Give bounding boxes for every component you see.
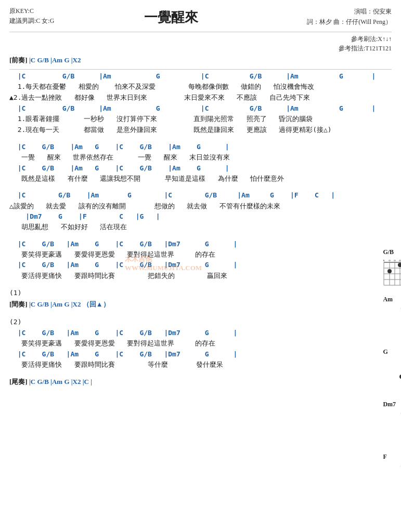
svg-point-14 xyxy=(387,269,392,273)
svg-text:o: o xyxy=(399,258,401,262)
svg-text:o: o xyxy=(389,258,391,262)
verse1-lyric4: 2.現在每一天 都當做 是意外賺回來 既然是賺回來 更應該 過得更精彩(接△) xyxy=(9,125,376,135)
section2-lyric2: 要活得更痛快 要跟時間比賽 等什麼 發什麼呆 xyxy=(9,360,376,370)
outro-chords: |C G/B |Am G |X2 |C | xyxy=(29,378,92,385)
svg-text:x: x xyxy=(383,258,385,262)
section2-chord2: |C G/B |Am G |C G/B |Dm7 G | xyxy=(9,350,376,359)
section2: (2) |C G/B |Am G |C G/B |Dm7 G | 要笑得更豪邁 … xyxy=(9,317,376,369)
intro-line: [前奏] |C G/B |Am G |X2 xyxy=(9,55,392,66)
outro-section: [尾奏] |C G/B |Am G |X2 |C | xyxy=(9,377,376,388)
main-content: |C G/B |Am G |C G/B |Am G | 1.每天都在憂鬱 相愛的… xyxy=(9,72,392,511)
interlude-label: (1) xyxy=(9,288,376,298)
verse1-chord2: |C G/B |Am G |C G/B |Am G | xyxy=(9,104,376,113)
2chorus-chord1: |C G/B |Am G |C G/B |Dm7 G | xyxy=(9,240,376,249)
original-key: 原KEY:C xyxy=(9,6,54,16)
chord-g-label: G xyxy=(381,348,401,356)
verse1-chord1: |C G/B |Am G |C G/B |Am G | xyxy=(9,72,376,81)
key-info: 原KEY:C 建議男調:C 女:G xyxy=(9,6,54,26)
chord-f: F x x xyxy=(381,453,401,504)
intro-chords: |C G/B |Am G |X2 xyxy=(29,56,81,64)
chord-dm7-label: Dm7 xyxy=(381,401,401,408)
intro-label: [前奏] xyxy=(9,56,28,64)
section2-chord1: |C G/B |Am G |C G/B |Dm7 G | xyxy=(9,328,376,338)
performer-info: 演唱：倪安東 詞：林夕 曲：仔仔(Will Peng） xyxy=(288,6,392,28)
outro-label: [尾奏] xyxy=(9,378,28,385)
verse1-lyric1: 1.每天都在憂鬱 相愛的 怕來不及深愛 每晚都像倒數 做錯的 怕沒機會悔改 xyxy=(9,82,376,92)
chord-gb: G/B x o o o xyxy=(381,248,401,289)
page: 原KEY:C 建議男調:C 女:G 一覺醒來 演唱：倪安東 詞：林夕 曲：仔仔(… xyxy=(0,0,401,532)
interlude-line: [間奏] |C G/B |Am G |X2 （回▲） xyxy=(9,299,376,310)
chord-dm7-svg: x x o xyxy=(398,409,401,445)
chord-f-svg: x x xyxy=(398,462,401,502)
bridge-chord1: |C G/B |Am G |C G/B |Am G |F C | xyxy=(9,191,376,200)
strum1: 參考刷法:X↑↓↑ xyxy=(9,34,392,44)
bridge-lyric1: △該愛的 就去愛 該有的沒有離開 想做的 就去做 不管有什麼樣的未來 xyxy=(9,201,376,211)
verse1-lyric2: ▲2.過去一點挫敗 都好像 世界末日到來 末日愛來不來 不應該 自己先垮下來 xyxy=(9,92,376,103)
chord-am-svg: x o o xyxy=(398,304,401,340)
verse1-lyric3: 1.眼看著鐘擺 一秒秒 沒打算停下來 直到陽光照常 照亮了 昏沉的腦袋 xyxy=(9,114,376,124)
interlude-section: (1) [間奏] |C G/B |Am G |X2 （回▲） xyxy=(9,288,376,310)
2chorus-chord2: |C G/B |Am G |C G/B |Dm7 G | xyxy=(9,260,376,270)
chord-gb-svg: x o o o xyxy=(381,257,401,287)
song-title: 一覺醒來 xyxy=(54,6,288,26)
strum2: 參考指法:T121T121 xyxy=(9,44,392,53)
header: 原KEY:C 建議男調:C 女:G 一覺醒來 演唱：倪安東 詞：林夕 曲：仔仔(… xyxy=(9,6,392,28)
bridge-section: |C G/B |Am G |C G/B |Am G |F C | △該愛的 就去… xyxy=(9,191,376,232)
lyrics-section: |C G/B |Am G |C G/B |Am G | 1.每天都在憂鬱 相愛的… xyxy=(9,72,376,511)
words-music: 詞：林夕 曲：仔仔(Will Peng） xyxy=(288,17,392,27)
suggested-key: 建議男調:C 女:G xyxy=(9,16,54,26)
strum-info: 參考刷法:X↑↓↑ 參考指法:T121T121 xyxy=(9,34,392,53)
interlude-chords: |C G/B |Am G |X2 （回▲） xyxy=(29,300,110,308)
section2-label: (2) xyxy=(9,317,376,327)
svg-text:o: o xyxy=(394,258,396,262)
section2-lyric1: 要笑得更豪邁 要愛得更恩愛 要對得起這世界 的存在 xyxy=(9,338,376,349)
chorus-lyric1: 一覺 醒來 世界依然存在 一覺 醒來 末日並沒有來 xyxy=(9,152,376,163)
verse1-section: |C G/B |Am G |C G/B |Am G | 1.每天都在憂鬱 相愛的… xyxy=(9,72,376,135)
chorus-chord2: |C G/B |Am G |C G/B |Am G | xyxy=(9,164,376,173)
chord-gb-label: G/B xyxy=(381,248,401,256)
chord-am-label: Am xyxy=(381,296,401,303)
chord-dm7: Dm7 x x o xyxy=(381,401,401,447)
chorus-section: |C G/B |Am G |C G/B |Am G | 一覺 醒來 世界依然存在… xyxy=(9,142,376,183)
2chorus-lyric1: 要笑得更豪邁 要愛得更恩愛 要對得起這世界 的存在 xyxy=(9,249,376,260)
svg-point-16 xyxy=(398,263,401,267)
chorus-lyric2: 既然是這樣 有什麼 還讓我想不開 早知道是這樣 為什麼 怕什麼意外 xyxy=(9,174,376,184)
performer: 演唱：倪安東 xyxy=(288,6,392,17)
divider-2 xyxy=(9,69,392,70)
chord-g: G xyxy=(381,348,401,394)
chord-f-label: F xyxy=(381,453,401,461)
2chorus-lyric2: 要活得更痛快 要跟時間比賽 把錯失的 贏回來 xyxy=(9,271,376,281)
chord-diagrams: G/B x o o o xyxy=(381,72,401,511)
interlude-header: [間奏] xyxy=(9,300,28,308)
bridge-lyric2: 胡思亂想 不如好好 活在現在 xyxy=(9,222,376,232)
chorus-chord1: |C G/B |Am G |C G/B |Am G | xyxy=(9,142,376,152)
gb-c-diagrams: G/B x o o o xyxy=(381,248,401,296)
bridge-chord2: |Dm7 G |F C |G | xyxy=(9,212,376,221)
intro-section: [前奏] |C G/B |Am G |X2 xyxy=(9,55,392,66)
chord-am: Am x o o xyxy=(381,296,401,342)
second-chorus-section: |C G/B |Am G |C G/B |Dm7 G | 要笑得更豪邁 要愛得更… xyxy=(9,240,376,281)
divider-1 xyxy=(9,32,392,32)
chord-g-svg xyxy=(398,357,401,392)
outro-line: [尾奏] |C G/B |Am G |X2 |C | xyxy=(9,377,376,388)
